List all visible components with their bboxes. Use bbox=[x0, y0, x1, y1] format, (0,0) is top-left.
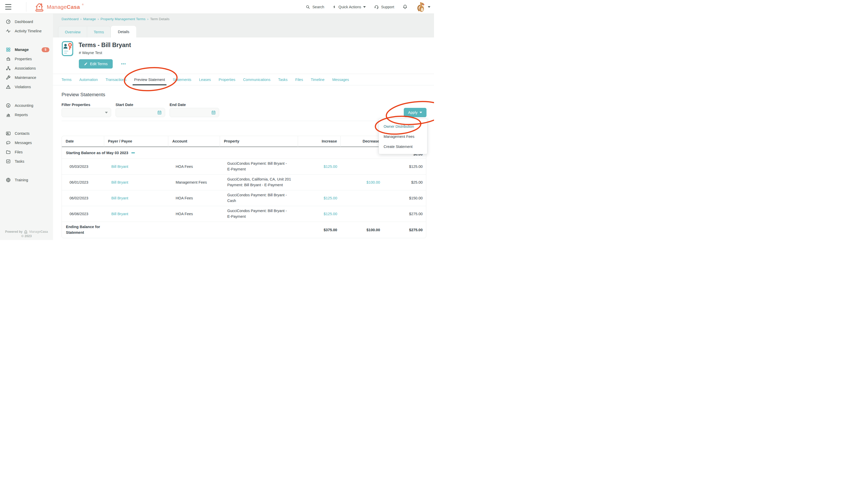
sidebar-item-label: Dashboard bbox=[15, 20, 33, 24]
table-header-row: Date Payer / Payee Account Property Incr… bbox=[62, 136, 426, 147]
ending-balance-label: Ending Balance for Statement bbox=[62, 222, 104, 238]
table-row: 06/01/2023 Bill Bryant Management Fees G… bbox=[62, 175, 426, 190]
subtab-properties[interactable]: Properties bbox=[219, 74, 236, 85]
calendar-icon[interactable] bbox=[157, 110, 162, 115]
sidebar-item-label: Messages bbox=[15, 141, 32, 145]
cell-date: 06/01/2023 bbox=[62, 180, 104, 184]
sidebar-item-activity-timeline[interactable]: Activity Timeline bbox=[0, 26, 53, 36]
main-content: Terms - Bill Bryant # Wayne Test Edit Te… bbox=[53, 37, 434, 240]
sidebar-item-properties[interactable]: Properties bbox=[0, 54, 53, 64]
cell-date: 05/03/2023 bbox=[62, 164, 104, 169]
tab-details[interactable]: Details bbox=[111, 26, 136, 37]
subtab-messages[interactable]: Messages bbox=[332, 74, 349, 85]
sidebar-item-label: Manage bbox=[15, 48, 29, 52]
section-heading: Preview Statements bbox=[62, 92, 105, 97]
start-date-input[interactable] bbox=[116, 108, 175, 117]
edit-terms-label: Edit Terms bbox=[90, 62, 107, 66]
breadcrumb-separator: › bbox=[147, 17, 148, 21]
menu-item-owner-distribution[interactable]: Owner Distribution bbox=[379, 121, 427, 131]
subtab-transactions[interactable]: Transactions bbox=[105, 74, 126, 85]
network-icon bbox=[6, 66, 11, 71]
life-ring-icon bbox=[6, 177, 11, 183]
sidebar-item-violations[interactable]: Violations bbox=[0, 82, 53, 92]
quick-actions-menu[interactable]: Quick Actions bbox=[333, 5, 366, 9]
sidebar-item-label: Contacts bbox=[15, 131, 29, 136]
sidebar-item-label: Reports bbox=[15, 113, 28, 117]
search-icon bbox=[306, 5, 310, 9]
user-menu[interactable] bbox=[416, 2, 430, 12]
header-divider bbox=[26, 2, 26, 12]
sidebar-footer: Powered by ManageCasa © 2023 bbox=[0, 230, 53, 238]
calendar-icon[interactable] bbox=[211, 110, 216, 115]
ending-balance-value: $275.00 bbox=[383, 228, 426, 232]
cell-account: HOA Fees bbox=[168, 212, 220, 216]
collapse-dash-icon[interactable] bbox=[131, 152, 135, 153]
apply-button[interactable]: Apply bbox=[404, 108, 427, 117]
subtab-preview-statement[interactable]: Preview Statement bbox=[134, 74, 165, 85]
breadcrumb-property-management-terms[interactable]: Property Management Terms bbox=[100, 17, 146, 21]
breadcrumb-manage[interactable]: Manage bbox=[83, 17, 96, 21]
sidebar-item-training[interactable]: Training bbox=[0, 175, 53, 185]
subtab-automation[interactable]: Automation bbox=[80, 74, 98, 85]
breadcrumb-dashboard[interactable]: Dashboard bbox=[62, 17, 79, 21]
bar-chart-icon bbox=[6, 112, 11, 117]
edit-terms-button[interactable]: Edit Terms bbox=[79, 59, 113, 68]
sidebar-item-messages[interactable]: Messages bbox=[0, 138, 53, 147]
notifications-bell-icon[interactable] bbox=[402, 4, 408, 9]
search-button[interactable]: Search bbox=[306, 5, 324, 9]
table-row: 06/02/2023 Bill Bryant HOA Fees GucciCon… bbox=[62, 190, 426, 206]
start-date-field[interactable] bbox=[116, 108, 165, 117]
cell-date: 06/06/2023 bbox=[62, 212, 104, 216]
logo-registered-mark: ® bbox=[82, 3, 84, 6]
tab-terms[interactable]: Terms bbox=[87, 26, 110, 37]
cell-balance: $125.00 bbox=[383, 164, 426, 169]
sidebar-item-reports[interactable]: Reports bbox=[0, 110, 53, 119]
subtab-leases[interactable]: Leases bbox=[199, 74, 211, 85]
payer-link[interactable]: Bill Bryant bbox=[104, 164, 128, 169]
sidebar-item-files[interactable]: Files bbox=[0, 147, 53, 157]
menu-item-create-statement[interactable]: Create Statement bbox=[379, 142, 427, 152]
subtab-terms[interactable]: Terms bbox=[62, 74, 71, 85]
sidebar-item-label: Associations bbox=[15, 66, 36, 70]
subtab-timeline[interactable]: Timeline bbox=[311, 74, 324, 85]
col-header-date: Date bbox=[62, 136, 104, 147]
subtab-communications[interactable]: Communications bbox=[243, 74, 270, 85]
filter-properties-select[interactable] bbox=[62, 108, 111, 117]
main-tabs: Overview Terms Details bbox=[58, 26, 136, 37]
payer-link[interactable]: Bill Bryant bbox=[104, 196, 128, 200]
hamburger-menu-icon[interactable] bbox=[5, 4, 11, 9]
support-button[interactable]: Support bbox=[374, 4, 394, 9]
subtab-tasks[interactable]: Tasks bbox=[278, 74, 287, 85]
sidebar-item-label: Activity Timeline bbox=[15, 29, 42, 33]
sidebar-item-dashboard[interactable]: Dashboard bbox=[0, 17, 53, 26]
top-header: ManageCasa ® Search Quick Actions bbox=[0, 0, 434, 14]
app-logo[interactable]: ManageCasa ® bbox=[34, 3, 84, 12]
end-date-input[interactable] bbox=[170, 108, 228, 117]
sidebar-item-manage[interactable]: Manage 5 bbox=[0, 45, 53, 54]
end-date-field[interactable] bbox=[169, 108, 219, 117]
more-actions-button[interactable]: ••• bbox=[118, 59, 129, 68]
subtab-statements[interactable]: Statements bbox=[173, 74, 191, 85]
grid-icon bbox=[6, 47, 11, 52]
filter-properties-label: Filter Properties bbox=[62, 103, 90, 107]
subtab-files[interactable]: Files bbox=[295, 74, 303, 85]
sidebar-item-tasks[interactable]: Tasks bbox=[0, 157, 53, 166]
sidebar-item-maintenance[interactable]: Maintenance bbox=[0, 73, 53, 82]
payer-link[interactable]: Bill Bryant bbox=[104, 212, 128, 216]
filter-properties-input[interactable] bbox=[62, 108, 120, 117]
payer-link[interactable]: Bill Bryant bbox=[104, 180, 128, 184]
cell-property: GucciCondos, California, CA, Unit 201 Pa… bbox=[220, 175, 298, 190]
breadcrumb-separator: › bbox=[81, 17, 82, 21]
pencil-icon bbox=[84, 62, 88, 66]
sidebar-item-accounting[interactable]: $ Accounting bbox=[0, 101, 53, 110]
col-header-property: Property bbox=[220, 136, 298, 147]
sidebar-item-associations[interactable]: Associations bbox=[0, 64, 53, 73]
tab-overview[interactable]: Overview bbox=[58, 26, 87, 37]
support-label: Support bbox=[381, 5, 394, 9]
chevron-down-icon bbox=[105, 112, 108, 114]
menu-item-management-fees[interactable]: Management Fees bbox=[379, 131, 427, 142]
detail-sub-tabs: Terms Automation Transactions Preview St… bbox=[53, 74, 434, 85]
sidebar-item-contacts[interactable]: Contacts bbox=[0, 129, 53, 138]
col-header-increase: Increase bbox=[298, 136, 341, 147]
cell-account: Management Fees bbox=[168, 180, 220, 184]
